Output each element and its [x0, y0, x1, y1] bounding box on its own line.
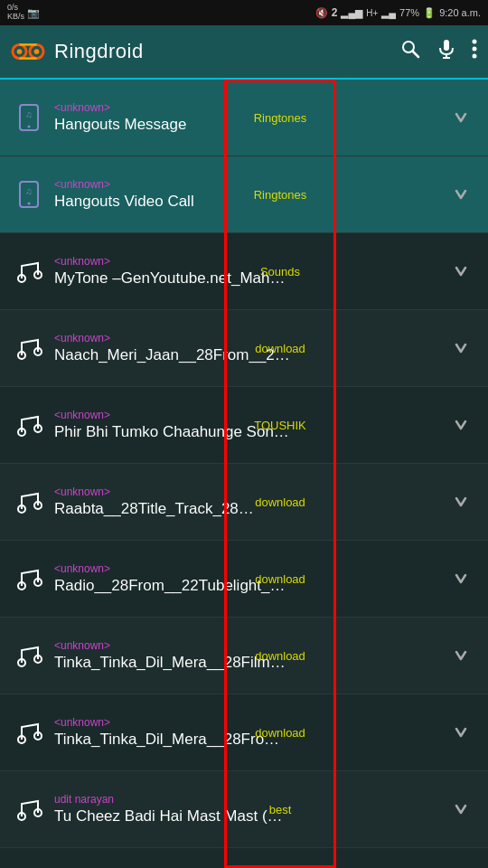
clock: 9:20 a.m.	[439, 7, 481, 18]
app-logo	[11, 34, 45, 69]
svg-point-4	[17, 49, 23, 54]
item-content: <unknown>Tinka_Tinka_Dil_Mera__28Fro…	[47, 716, 445, 749]
item-title: Hangouts Video Call	[54, 193, 437, 211]
music-note-icon	[11, 561, 47, 597]
item-content: <unknown>MyTone –GenYoutube.net_Mah…	[47, 255, 445, 288]
list-item[interactable]: <unknown>Tinka_Tinka_Dil_Mera__28Film…do…	[0, 618, 488, 694]
svg-text:♫: ♫	[25, 109, 33, 119]
item-title: Tu Cheez Badi Hai Mast Mast (…	[54, 807, 437, 826]
item-artist: <unknown>	[54, 101, 437, 114]
data-speed: 0/sKB/s	[7, 4, 24, 22]
item-artist: <unknown>	[54, 409, 437, 421]
item-title: Phir Bhi Tumko Chaahunge Son…	[54, 423, 437, 441]
item-title: Tinka_Tinka_Dil_Mera__28Film…	[54, 654, 437, 672]
item-content: <unknown>Hangouts Video Call	[47, 178, 445, 211]
status-right: 🔇 2 ▂▄▆ H+ ▂▄ 77% 🔋 9:20 a.m.	[315, 6, 481, 19]
mic-button[interactable]	[436, 38, 457, 65]
mute-icon: 🔇	[315, 7, 328, 19]
phone-icon: ♫	[11, 99, 47, 136]
sim-number: 2	[332, 6, 338, 19]
list-item[interactable]: udit narayanTu Cheez Badi Hai Mast Mast …	[0, 771, 488, 848]
list-item[interactable]: ♫ <unknown>Hangouts MessageRingtones	[0, 80, 488, 156]
svg-point-11	[473, 40, 477, 44]
list-item[interactable]: ♫ <unknown>Hangouts Video CallRingtones	[0, 156, 488, 233]
expand-chevron[interactable]	[445, 178, 477, 211]
svg-line-7	[413, 52, 419, 58]
status-left: 0/sKB/s 📷	[7, 4, 40, 22]
item-content: <unknown>Tinka_Tinka_Dil_Mera__28Film…	[47, 639, 445, 672]
music-note-icon	[11, 714, 47, 750]
item-artist: <unknown>	[54, 178, 437, 191]
list-item[interactable]: <unknown>Tinka_Tinka_Dil_Mera__28Fro…dow…	[0, 694, 488, 771]
svg-text:♫: ♫	[25, 186, 33, 196]
music-note-icon	[11, 791, 47, 827]
svg-point-12	[473, 47, 477, 52]
item-content: <unknown>Raabta__28Title_Track_28…	[47, 486, 445, 518]
expand-chevron[interactable]	[445, 332, 477, 364]
item-artist: <unknown>	[54, 639, 437, 652]
svg-point-15	[28, 126, 31, 128]
music-note-icon	[11, 407, 47, 443]
item-content: <unknown>Naach_Meri_Jaan__28From__2…	[47, 332, 445, 364]
mobile-data-icon: H+	[366, 8, 378, 18]
item-artist: <unknown>	[54, 716, 437, 729]
svg-point-18	[28, 203, 31, 205]
app-title: Ringdroid	[54, 40, 390, 63]
item-title: Tinka_Tinka_Dil_Mera__28Fro…	[54, 731, 437, 749]
item-title: Radio__28From__22Tubelight_…	[54, 577, 437, 595]
item-content: udit narayanTu Cheez Badi Hai Mast Mast …	[47, 793, 445, 826]
battery-icon: 🔋	[423, 7, 436, 19]
item-title: Naach_Meri_Jaan__28From__2…	[54, 346, 437, 364]
item-content: <unknown>Hangouts Message	[47, 101, 445, 134]
phone-icon: ♫	[11, 176, 47, 212]
battery-percent: 77%	[399, 7, 419, 18]
svg-rect-8	[444, 40, 449, 51]
item-title: Hangouts Message	[54, 116, 437, 134]
item-content: <unknown>Radio__28From__22Tubelight_…	[47, 562, 445, 595]
signal-bars-2: ▂▄	[381, 7, 396, 19]
signal-bars: ▂▄▆	[341, 7, 362, 19]
music-note-icon	[11, 253, 47, 289]
expand-chevron[interactable]	[445, 486, 477, 518]
expand-chevron[interactable]	[445, 409, 477, 441]
music-note-icon	[11, 330, 47, 366]
list-item[interactable]: <unknown>Naach_Meri_Jaan__28From__2…down…	[0, 310, 488, 387]
item-artist: <unknown>	[54, 486, 437, 498]
expand-chevron[interactable]	[445, 562, 477, 595]
item-artist: <unknown>	[54, 562, 437, 575]
status-bar: 0/sKB/s 📷 🔇 2 ▂▄▆ H+ ▂▄ 77% 🔋 9:20 a.m.	[0, 0, 488, 25]
svg-point-5	[34, 49, 40, 54]
toolbar-actions	[399, 38, 477, 65]
list-item[interactable]: <unknown>Radio__28From__22Tubelight_…dow…	[0, 541, 488, 618]
item-artist: <unknown>	[54, 255, 437, 268]
music-note-icon	[11, 637, 47, 674]
more-options-button[interactable]	[472, 38, 477, 65]
search-button[interactable]	[399, 38, 421, 65]
expand-chevron[interactable]	[445, 255, 477, 288]
list-item[interactable]: <unknown>Raabta__28Title_Track_28…downlo…	[0, 464, 488, 541]
expand-chevron[interactable]	[445, 716, 477, 749]
list-item[interactable]: <unknown>MyTone –GenYoutube.net_Mah…Soun…	[0, 233, 488, 310]
ringtone-list: ♫ <unknown>Hangouts MessageRingtones ♫ <…	[0, 80, 488, 868]
expand-chevron[interactable]	[445, 793, 477, 826]
screenshot-icon: 📷	[27, 7, 40, 19]
item-title: Raabta__28Title_Track_28…	[54, 500, 437, 518]
item-title: MyTone –GenYoutube.net_Mah…	[54, 269, 437, 288]
expand-chevron[interactable]	[445, 101, 477, 134]
item-artist: <unknown>	[54, 332, 437, 344]
item-content: <unknown>Phir Bhi Tumko Chaahunge Son…	[47, 409, 445, 441]
expand-chevron[interactable]	[445, 639, 477, 672]
list-item[interactable]: <unknown>Phir Bhi Tumko Chaahunge Son…TO…	[0, 387, 488, 464]
svg-point-13	[473, 54, 477, 59]
music-note-icon	[11, 484, 47, 520]
toolbar: Ringdroid	[0, 25, 488, 80]
item-artist: udit narayan	[54, 793, 437, 806]
